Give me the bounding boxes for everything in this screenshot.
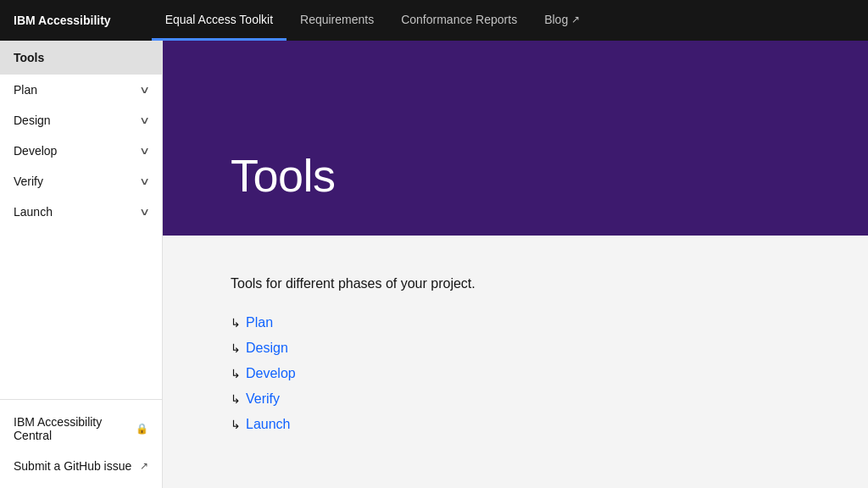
link-item-develop[interactable]: ↳ Develop	[231, 366, 800, 381]
chevron-down-icon-launch: ∨	[139, 206, 151, 218]
link-label-launch: Launch	[246, 417, 291, 432]
top-nav: IBM Accessibility Equal Access Toolkit R…	[0, 0, 868, 41]
link-arrow-plan: ↳	[231, 316, 241, 330]
link-label-design: Design	[246, 341, 288, 356]
sidebar-footer-submit-github-issue[interactable]: Submit a GitHub issue ↗	[0, 451, 162, 481]
nav-link-equal-access-toolkit[interactable]: Equal Access Toolkit	[152, 0, 287, 41]
sidebar-item-plan[interactable]: Plan ∨	[0, 75, 162, 105]
link-label-develop: Develop	[246, 366, 296, 381]
page-description: Tools for different phases of your proje…	[231, 276, 800, 291]
sidebar-item-develop[interactable]: Develop ∨	[0, 136, 162, 166]
link-list: ↳ Plan ↳ Design ↳ Develop ↳ Verify ↳ L	[231, 315, 800, 432]
sidebar-item-verify[interactable]: Verify ∨	[0, 166, 162, 197]
sidebar-item-verify-label: Verify	[14, 175, 43, 188]
link-item-plan[interactable]: ↳ Plan	[231, 315, 800, 330]
lock-icon: 🔒	[136, 423, 148, 435]
sidebar: Tools Plan ∨ Design ∨ Develop ∨ Verify ∨…	[0, 41, 163, 488]
submit-github-issue-label: Submit a GitHub issue	[14, 459, 131, 473]
chevron-down-icon-verify: ∨	[139, 175, 151, 187]
link-label-plan: Plan	[246, 315, 273, 330]
link-arrow-verify: ↳	[231, 392, 241, 406]
hero-title: Tools	[231, 149, 336, 202]
sidebar-item-develop-label: Develop	[14, 144, 57, 158]
layout: Tools Plan ∨ Design ∨ Develop ∨ Verify ∨…	[0, 41, 868, 488]
page-body: Tools for different phases of your proje…	[163, 236, 868, 488]
external-link-icon: ↗	[571, 14, 580, 25]
ibm-accessibility-central-label: IBM Accessibility Central	[14, 415, 136, 442]
nav-link-requirements[interactable]: Requirements	[287, 0, 387, 41]
nav-link-blog[interactable]: Blog ↗	[531, 0, 593, 41]
hero-section: Tools	[163, 41, 868, 236]
brand: IBM Accessibility	[14, 14, 111, 27]
github-external-icon: ↗	[140, 460, 148, 472]
sidebar-header: Tools	[0, 41, 162, 75]
nav-links: Equal Access Toolkit Requirements Confor…	[152, 0, 594, 41]
nav-link-conformance-reports[interactable]: Conformance Reports	[387, 0, 531, 41]
link-arrow-design: ↳	[231, 341, 241, 355]
link-item-launch[interactable]: ↳ Launch	[231, 417, 800, 432]
link-label-verify: Verify	[246, 391, 280, 407]
sidebar-item-launch-label: Launch	[14, 205, 53, 219]
sidebar-item-launch[interactable]: Launch ∨	[0, 197, 162, 227]
sidebar-footer: IBM Accessibility Central 🔒 Submit a Git…	[0, 399, 162, 488]
chevron-down-icon-design: ∨	[139, 114, 151, 126]
sidebar-footer-ibm-accessibility-central[interactable]: IBM Accessibility Central 🔒	[0, 407, 162, 451]
sidebar-section: Tools Plan ∨ Design ∨ Develop ∨ Verify ∨…	[0, 41, 162, 399]
sidebar-item-design[interactable]: Design ∨	[0, 105, 162, 136]
brand-name: Accessibility	[38, 14, 111, 27]
link-item-design[interactable]: ↳ Design	[231, 341, 800, 356]
link-arrow-launch: ↳	[231, 418, 241, 431]
sidebar-item-design-label: Design	[14, 114, 51, 127]
blog-label: Blog	[544, 13, 568, 26]
main-content: Tools Tools for different phases of your…	[163, 41, 868, 488]
link-arrow-develop: ↳	[231, 367, 241, 380]
sidebar-item-plan-label: Plan	[14, 83, 37, 97]
chevron-down-icon-develop: ∨	[139, 145, 151, 157]
brand-prefix: IBM	[14, 14, 38, 27]
link-item-verify[interactable]: ↳ Verify	[231, 391, 800, 407]
chevron-down-icon-plan: ∨	[139, 84, 151, 96]
